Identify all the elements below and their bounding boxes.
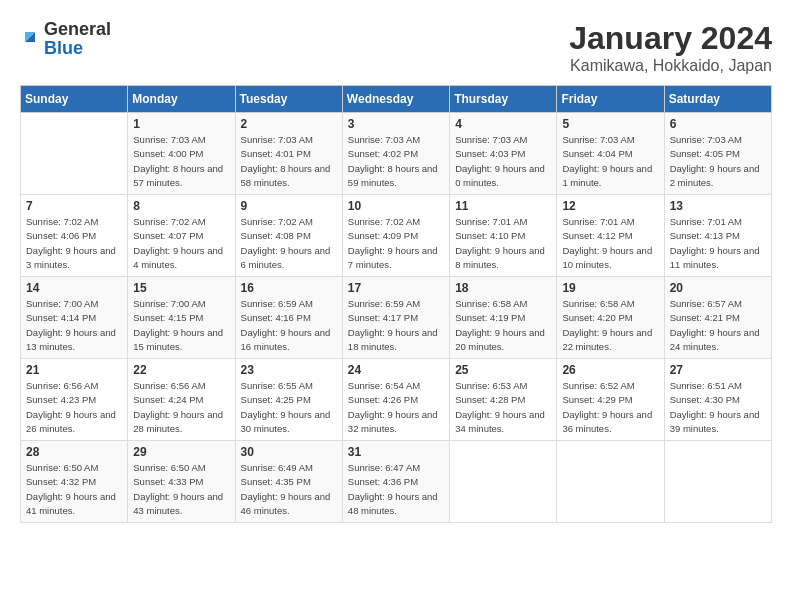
calendar-cell: 14 Sunrise: 7:00 AMSunset: 4:14 PMDaylig… [21, 277, 128, 359]
day-info: Sunrise: 7:00 AMSunset: 4:14 PMDaylight:… [26, 297, 122, 354]
day-info: Sunrise: 6:50 AMSunset: 4:33 PMDaylight:… [133, 461, 229, 518]
day-info: Sunrise: 6:49 AMSunset: 4:35 PMDaylight:… [241, 461, 337, 518]
calendar-cell: 19 Sunrise: 6:58 AMSunset: 4:20 PMDaylig… [557, 277, 664, 359]
day-info: Sunrise: 6:47 AMSunset: 4:36 PMDaylight:… [348, 461, 444, 518]
day-info: Sunrise: 6:56 AMSunset: 4:23 PMDaylight:… [26, 379, 122, 436]
calendar-cell: 2 Sunrise: 7:03 AMSunset: 4:01 PMDayligh… [235, 113, 342, 195]
calendar-cell: 27 Sunrise: 6:51 AMSunset: 4:30 PMDaylig… [664, 359, 771, 441]
day-number: 8 [133, 199, 229, 213]
weekday-header: Saturday [664, 86, 771, 113]
calendar-cell: 10 Sunrise: 7:02 AMSunset: 4:09 PMDaylig… [342, 195, 449, 277]
day-number: 30 [241, 445, 337, 459]
day-number: 7 [26, 199, 122, 213]
day-number: 18 [455, 281, 551, 295]
calendar-cell: 3 Sunrise: 7:03 AMSunset: 4:02 PMDayligh… [342, 113, 449, 195]
calendar-cell: 21 Sunrise: 6:56 AMSunset: 4:23 PMDaylig… [21, 359, 128, 441]
calendar-cell: 5 Sunrise: 7:03 AMSunset: 4:04 PMDayligh… [557, 113, 664, 195]
logo-text: General Blue [44, 20, 111, 58]
calendar-cell: 7 Sunrise: 7:02 AMSunset: 4:06 PMDayligh… [21, 195, 128, 277]
logo-blue: Blue [44, 38, 83, 58]
day-number: 3 [348, 117, 444, 131]
day-info: Sunrise: 6:52 AMSunset: 4:29 PMDaylight:… [562, 379, 658, 436]
calendar-week-row: 14 Sunrise: 7:00 AMSunset: 4:14 PMDaylig… [21, 277, 772, 359]
day-info: Sunrise: 6:57 AMSunset: 4:21 PMDaylight:… [670, 297, 766, 354]
calendar-table: SundayMondayTuesdayWednesdayThursdayFrid… [20, 85, 772, 523]
day-info: Sunrise: 7:03 AMSunset: 4:03 PMDaylight:… [455, 133, 551, 190]
logo-graphic [20, 27, 40, 51]
logo: General Blue [20, 20, 111, 58]
weekday-header: Wednesday [342, 86, 449, 113]
calendar-cell: 6 Sunrise: 7:03 AMSunset: 4:05 PMDayligh… [664, 113, 771, 195]
day-number: 31 [348, 445, 444, 459]
day-info: Sunrise: 7:03 AMSunset: 4:04 PMDaylight:… [562, 133, 658, 190]
calendar-cell: 17 Sunrise: 6:59 AMSunset: 4:17 PMDaylig… [342, 277, 449, 359]
calendar-cell [664, 441, 771, 523]
day-info: Sunrise: 6:53 AMSunset: 4:28 PMDaylight:… [455, 379, 551, 436]
calendar-cell: 28 Sunrise: 6:50 AMSunset: 4:32 PMDaylig… [21, 441, 128, 523]
weekday-header: Monday [128, 86, 235, 113]
calendar-week-row: 7 Sunrise: 7:02 AMSunset: 4:06 PMDayligh… [21, 195, 772, 277]
day-number: 21 [26, 363, 122, 377]
day-number: 15 [133, 281, 229, 295]
weekday-header: Tuesday [235, 86, 342, 113]
day-number: 24 [348, 363, 444, 377]
day-info: Sunrise: 7:03 AMSunset: 4:02 PMDaylight:… [348, 133, 444, 190]
day-number: 6 [670, 117, 766, 131]
day-number: 25 [455, 363, 551, 377]
calendar-cell: 18 Sunrise: 6:58 AMSunset: 4:19 PMDaylig… [450, 277, 557, 359]
day-info: Sunrise: 7:01 AMSunset: 4:13 PMDaylight:… [670, 215, 766, 272]
day-info: Sunrise: 7:01 AMSunset: 4:12 PMDaylight:… [562, 215, 658, 272]
location-title: Kamikawa, Hokkaido, Japan [569, 57, 772, 75]
day-info: Sunrise: 6:59 AMSunset: 4:17 PMDaylight:… [348, 297, 444, 354]
calendar-week-row: 21 Sunrise: 6:56 AMSunset: 4:23 PMDaylig… [21, 359, 772, 441]
calendar-cell: 13 Sunrise: 7:01 AMSunset: 4:13 PMDaylig… [664, 195, 771, 277]
day-info: Sunrise: 6:56 AMSunset: 4:24 PMDaylight:… [133, 379, 229, 436]
day-number: 16 [241, 281, 337, 295]
calendar-week-row: 28 Sunrise: 6:50 AMSunset: 4:32 PMDaylig… [21, 441, 772, 523]
weekday-header: Sunday [21, 86, 128, 113]
calendar-cell: 8 Sunrise: 7:02 AMSunset: 4:07 PMDayligh… [128, 195, 235, 277]
calendar-cell: 15 Sunrise: 7:00 AMSunset: 4:15 PMDaylig… [128, 277, 235, 359]
day-number: 22 [133, 363, 229, 377]
day-info: Sunrise: 7:03 AMSunset: 4:05 PMDaylight:… [670, 133, 766, 190]
day-number: 27 [670, 363, 766, 377]
day-info: Sunrise: 7:00 AMSunset: 4:15 PMDaylight:… [133, 297, 229, 354]
day-number: 17 [348, 281, 444, 295]
day-info: Sunrise: 6:51 AMSunset: 4:30 PMDaylight:… [670, 379, 766, 436]
weekday-header: Thursday [450, 86, 557, 113]
day-info: Sunrise: 7:02 AMSunset: 4:07 PMDaylight:… [133, 215, 229, 272]
day-info: Sunrise: 6:50 AMSunset: 4:32 PMDaylight:… [26, 461, 122, 518]
day-number: 13 [670, 199, 766, 213]
calendar-cell: 31 Sunrise: 6:47 AMSunset: 4:36 PMDaylig… [342, 441, 449, 523]
day-info: Sunrise: 7:03 AMSunset: 4:01 PMDaylight:… [241, 133, 337, 190]
calendar-cell: 25 Sunrise: 6:53 AMSunset: 4:28 PMDaylig… [450, 359, 557, 441]
calendar-cell: 11 Sunrise: 7:01 AMSunset: 4:10 PMDaylig… [450, 195, 557, 277]
calendar-cell: 12 Sunrise: 7:01 AMSunset: 4:12 PMDaylig… [557, 195, 664, 277]
calendar-cell: 4 Sunrise: 7:03 AMSunset: 4:03 PMDayligh… [450, 113, 557, 195]
weekday-header: Friday [557, 86, 664, 113]
calendar-cell [450, 441, 557, 523]
day-info: Sunrise: 7:01 AMSunset: 4:10 PMDaylight:… [455, 215, 551, 272]
day-number: 1 [133, 117, 229, 131]
day-info: Sunrise: 7:02 AMSunset: 4:08 PMDaylight:… [241, 215, 337, 272]
day-number: 29 [133, 445, 229, 459]
day-number: 9 [241, 199, 337, 213]
calendar-cell: 1 Sunrise: 7:03 AMSunset: 4:00 PMDayligh… [128, 113, 235, 195]
day-info: Sunrise: 6:54 AMSunset: 4:26 PMDaylight:… [348, 379, 444, 436]
logo-general: General [44, 19, 111, 39]
day-info: Sunrise: 6:58 AMSunset: 4:20 PMDaylight:… [562, 297, 658, 354]
calendar-cell: 16 Sunrise: 6:59 AMSunset: 4:16 PMDaylig… [235, 277, 342, 359]
day-number: 23 [241, 363, 337, 377]
day-number: 20 [670, 281, 766, 295]
day-number: 12 [562, 199, 658, 213]
month-title: January 2024 [569, 20, 772, 57]
calendar-cell: 29 Sunrise: 6:50 AMSunset: 4:33 PMDaylig… [128, 441, 235, 523]
title-area: January 2024 Kamikawa, Hokkaido, Japan [569, 20, 772, 75]
page-header: General Blue January 2024 Kamikawa, Hokk… [20, 20, 772, 75]
day-number: 26 [562, 363, 658, 377]
calendar-cell: 24 Sunrise: 6:54 AMSunset: 4:26 PMDaylig… [342, 359, 449, 441]
day-info: Sunrise: 7:02 AMSunset: 4:06 PMDaylight:… [26, 215, 122, 272]
day-info: Sunrise: 6:58 AMSunset: 4:19 PMDaylight:… [455, 297, 551, 354]
day-info: Sunrise: 6:59 AMSunset: 4:16 PMDaylight:… [241, 297, 337, 354]
calendar-week-row: 1 Sunrise: 7:03 AMSunset: 4:00 PMDayligh… [21, 113, 772, 195]
